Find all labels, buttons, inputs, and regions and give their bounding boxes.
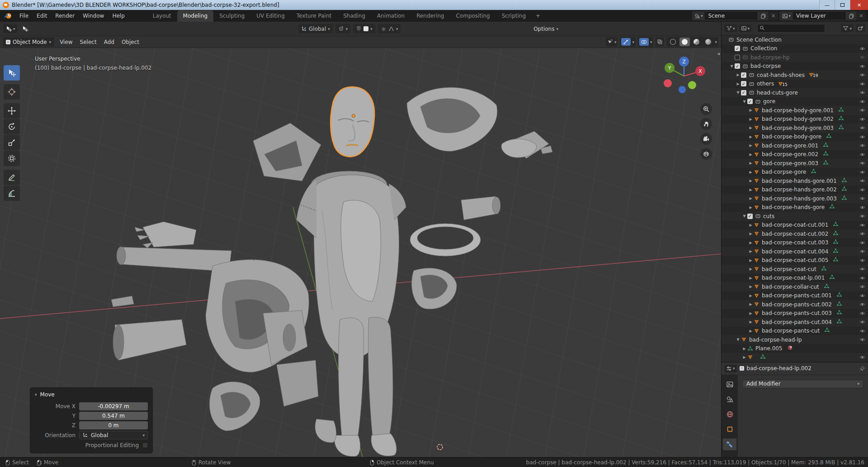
menu-help[interactable]: Help	[108, 11, 128, 21]
hide-in-viewport-icon[interactable]	[859, 301, 865, 307]
hide-in-viewport-icon[interactable]	[859, 143, 865, 148]
proportional-editing-controls[interactable]: ▾	[378, 24, 401, 33]
expander-icon[interactable]: ▶	[748, 249, 754, 253]
mode-dropdown[interactable]: Object Mode ▾	[3, 37, 54, 47]
move-field-value[interactable]: 0 m	[79, 421, 148, 429]
outliner-display-mode-dropdown[interactable]: ▾	[724, 24, 737, 32]
outliner-row[interactable]: ▼✓head-cuts-gore	[722, 88, 868, 97]
pan-button[interactable]	[700, 118, 712, 130]
visibility-dropdown[interactable]: ▾	[606, 37, 618, 47]
outliner-row[interactable]: ▶bad-corpse-gore.003	[722, 159, 868, 168]
outliner-row[interactable]: ▶bad-corpse-pants-cut.004	[722, 318, 868, 327]
outliner-row[interactable]: ▶✓others15	[722, 80, 868, 89]
expander-icon[interactable]: ▶	[748, 311, 754, 315]
viewport-menu-object[interactable]: Object	[118, 38, 143, 47]
expander-icon[interactable]: ▼	[735, 338, 741, 342]
outliner-search-input[interactable]	[757, 24, 825, 33]
hide-in-viewport-icon[interactable]	[859, 99, 865, 105]
hide-in-viewport-icon[interactable]	[859, 160, 865, 166]
expander-icon[interactable]: ▶	[748, 285, 754, 289]
scene-selector[interactable]: ▾ Scene ✕	[692, 11, 778, 20]
expander-icon[interactable]: ▶	[748, 302, 754, 306]
hide-in-viewport-icon[interactable]	[859, 257, 865, 263]
proportional-editing-checkbox[interactable]	[142, 443, 148, 448]
item-name[interactable]: bad-corpse-hp	[750, 54, 790, 61]
expander-icon[interactable]: ▶	[748, 329, 754, 333]
expander-icon[interactable]: ▶	[748, 320, 754, 324]
outliner-row[interactable]: ▶bad-corpse-body-gore.001	[722, 106, 868, 115]
hide-in-viewport-icon[interactable]	[859, 205, 865, 210]
restore-button[interactable]	[835, 0, 850, 10]
collection-checkbox[interactable]: ✓	[741, 90, 746, 95]
item-name[interactable]: bad-corpse-hands-gore.001	[762, 178, 837, 184]
add-modifier-dropdown[interactable]: Add Modifier ▾	[742, 380, 863, 388]
hide-in-viewport-icon[interactable]	[859, 284, 865, 290]
hide-in-viewport-icon[interactable]	[859, 266, 865, 272]
item-name[interactable]: bad-corpse-body-gore.002	[762, 116, 834, 122]
expander-icon[interactable]: ▶	[748, 196, 754, 200]
item-name[interactable]: Scene Collection	[736, 37, 782, 43]
hide-in-viewport-icon[interactable]	[859, 337, 865, 343]
zoom-button[interactable]	[700, 103, 712, 115]
menu-render[interactable]: Render	[51, 11, 79, 21]
move-field-value[interactable]: 0.547 m	[79, 412, 148, 420]
tweak-tool-button[interactable]	[4, 65, 20, 81]
object-properties-tab[interactable]	[723, 424, 736, 435]
move-operator-panel[interactable]: ▾Move Move X-0.00297 mY0.547 mZ0 m Orien…	[30, 387, 153, 453]
workspace-tab-texture-paint[interactable]: Texture Paint	[291, 10, 337, 22]
panel-collapse-icon[interactable]: ▾	[35, 392, 37, 397]
active-tool-dropdown[interactable]: ▾	[4, 24, 17, 33]
expander-icon[interactable]: ▶	[748, 294, 754, 298]
item-name[interactable]: cuts	[763, 213, 774, 219]
camera-view-button[interactable]	[700, 133, 712, 145]
outliner-row[interactable]: ▶bad-corpse-pants-cut.001	[722, 291, 868, 300]
item-name[interactable]: bad-corpse-pants-cut	[762, 328, 820, 334]
workspace-tab-shading[interactable]: Shading	[337, 10, 371, 22]
hide-in-viewport-icon[interactable]	[859, 248, 865, 254]
item-name[interactable]: bad-corpse-coat-cut.001	[762, 222, 828, 228]
outliner-row[interactable]: ▶bad-corpse-gore.001	[722, 141, 868, 150]
outliner-row[interactable]: ▼✓gore	[722, 97, 868, 106]
workspace-tab-compositing[interactable]: Compositing	[450, 10, 495, 22]
menu-edit[interactable]: Edit	[33, 11, 51, 21]
expander-icon[interactable]: ▼	[729, 64, 735, 68]
annotate-tool-button[interactable]	[4, 170, 20, 185]
hide-in-viewport-icon[interactable]	[859, 319, 865, 325]
outliner-row[interactable]: ▶bad-corpse-hands-gore.003	[722, 194, 868, 203]
item-name[interactable]: bad-corpse-body-gore.001	[762, 107, 834, 114]
options-dropdown[interactable]: Options▾	[533, 26, 558, 32]
expander-icon[interactable]: ▶	[748, 135, 754, 139]
hide-in-viewport-icon[interactable]	[859, 178, 865, 184]
item-name[interactable]: bad-corpse-head-lp	[749, 337, 802, 343]
outliner-row[interactable]: ▶bad-corpse-coat-cut.004	[722, 247, 868, 256]
collection-checkbox[interactable]: ✓	[741, 72, 746, 78]
scene-properties-tab[interactable]	[723, 394, 736, 405]
pin-icon[interactable]	[859, 366, 865, 372]
outliner-row[interactable]: ▶bad-corpse-collar-cut	[722, 282, 868, 291]
item-name[interactable]: bad-corpse-pants-cut.003	[762, 310, 832, 316]
outliner-row[interactable]: ▶bad-corpse-coat-lp.001	[722, 274, 868, 283]
outliner-row[interactable]: ▶bad-corpse-body-gore.003	[722, 124, 868, 133]
magnet-icon[interactable]	[356, 26, 362, 32]
item-name[interactable]: head-cuts-gore	[757, 90, 798, 96]
breadcrumb-object-name[interactable]: bad-corpse-head-lp.002	[747, 365, 811, 372]
shading-dropdown[interactable]: ▾	[715, 40, 717, 44]
collapse-region-icon[interactable]: ◂	[717, 51, 720, 57]
hide-in-viewport-icon[interactable]	[859, 354, 865, 360]
outliner-row[interactable]: ▶bad-corpse-pants-cut.003	[722, 309, 868, 318]
shading-solid-icon[interactable]	[679, 38, 690, 46]
item-name[interactable]: bad-corpse	[750, 63, 781, 69]
workspace-tab-animation[interactable]: Animation	[371, 10, 410, 22]
hide-in-viewport-icon[interactable]	[859, 275, 865, 281]
outliner-row[interactable]: ▶bad-corpse-hands-gore	[722, 203, 868, 212]
move-field-value[interactable]: -0.00297 m	[79, 402, 148, 410]
new-view-layer-icon[interactable]	[846, 11, 856, 20]
outliner-row[interactable]: ▶bad-corpse-coat-cut.001	[722, 221, 868, 230]
overlays-controls[interactable]: ▾	[638, 37, 654, 47]
outliner-row[interactable]: ▶Plane.005	[722, 344, 868, 353]
expander-icon[interactable]: ▶	[748, 188, 754, 192]
collection-checkbox[interactable]: ✓	[735, 46, 740, 51]
collection-checkbox[interactable]: ✓	[735, 63, 740, 69]
hide-in-viewport-icon[interactable]	[859, 293, 865, 299]
item-name[interactable]: bad-corpse-collar-cut	[762, 284, 819, 290]
